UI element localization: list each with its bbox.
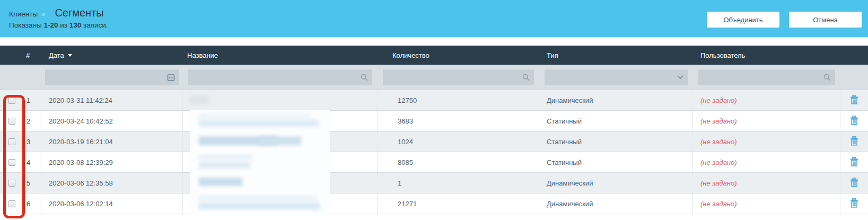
header-date-label: Дата xyxy=(49,51,64,59)
row-date: 2020-03-06 12:35:58 xyxy=(41,173,183,193)
trash-icon xyxy=(850,178,858,189)
trash-icon xyxy=(850,198,858,209)
row-quantity: 1 xyxy=(378,173,539,193)
name-filter-input[interactable] xyxy=(188,69,372,85)
row-name-redacted xyxy=(183,131,378,152)
filter-actions-cell xyxy=(840,65,868,90)
row-user: (не задано) xyxy=(693,152,840,173)
row-type: Статичный xyxy=(539,131,693,152)
row-name-redacted xyxy=(183,90,378,111)
row-user: (не задано) xyxy=(693,90,840,111)
row-type: Динамический xyxy=(539,90,693,111)
row-index: 2 xyxy=(24,111,41,131)
row-checkbox[interactable] xyxy=(8,97,15,104)
row-type: Динамический xyxy=(539,193,693,214)
row-user: (не задано) xyxy=(693,173,840,193)
delete-row-button[interactable] xyxy=(840,131,868,152)
trash-icon xyxy=(850,157,858,168)
segments-table: # Дата Название Количество Тип Пользоват… xyxy=(0,46,868,214)
row-name-redacted xyxy=(183,173,378,193)
row-index: 1 xyxy=(24,90,41,111)
table-row: 6 2020-03-06 12:02:14 21271 Динамический… xyxy=(0,193,868,214)
table-row: 3 2020-03-19 16:21:04 1024 Статичный (не… xyxy=(0,131,868,152)
delete-row-button[interactable] xyxy=(840,111,868,131)
calendar-icon xyxy=(167,74,175,82)
row-name-redacted xyxy=(183,193,378,214)
delete-row-button[interactable] xyxy=(840,173,868,193)
breadcrumb: Клиенты » Сегменты xyxy=(9,7,108,19)
filter-checkbox-cell xyxy=(0,65,24,90)
row-date: 2020-03-08 12:39:29 xyxy=(41,152,183,173)
row-checkbox[interactable] xyxy=(8,180,15,187)
table-row: 4 2020-03-08 12:39:29 8085 Статичный (не… xyxy=(0,152,868,173)
summary-mid: из xyxy=(58,21,69,29)
row-quantity: 21271 xyxy=(378,193,539,214)
table-row: 1 2020-03-31 11:42:24 12750 Динамический… xyxy=(0,90,868,111)
delete-row-button[interactable] xyxy=(840,193,868,214)
table-body: 1 2020-03-31 11:42:24 12750 Динамический… xyxy=(0,90,868,214)
row-quantity: 8085 xyxy=(378,152,539,173)
row-index: 6 xyxy=(24,193,41,214)
table-row: 2 2020-03-24 10:42:52 3683 Статичный (не… xyxy=(0,111,868,131)
header-user[interactable]: Пользователь xyxy=(693,46,840,65)
header-checkbox-column xyxy=(0,46,24,65)
summary-total: 130 xyxy=(69,21,82,29)
header-name[interactable]: Название xyxy=(183,46,378,65)
search-icon xyxy=(522,74,530,81)
row-date: 2020-03-19 16:21:04 xyxy=(41,131,183,152)
row-checkbox[interactable] xyxy=(8,118,15,125)
row-date: 2020-03-24 10:42:52 xyxy=(41,111,183,131)
row-date: 2020-03-06 12:02:14 xyxy=(41,193,183,214)
row-quantity: 1024 xyxy=(378,131,539,152)
summary-prefix: Показаны xyxy=(9,21,43,29)
row-index: 4 xyxy=(24,152,41,173)
filter-row xyxy=(0,65,868,90)
header-actions xyxy=(840,46,868,65)
search-icon xyxy=(361,74,368,81)
merge-button[interactable]: Объединить xyxy=(707,12,779,28)
header-quantity[interactable]: Количество xyxy=(378,46,539,65)
trash-icon xyxy=(850,116,858,127)
chevron-down-icon xyxy=(677,75,683,80)
row-index: 5 xyxy=(24,173,41,193)
breadcrumb-separator-icon: » xyxy=(41,10,45,18)
delete-row-button[interactable] xyxy=(840,90,868,111)
date-filter-input[interactable] xyxy=(45,69,179,85)
row-type: Динамический xyxy=(539,173,693,193)
row-checkbox[interactable] xyxy=(8,159,15,166)
row-checkbox[interactable] xyxy=(8,200,15,207)
trash-icon xyxy=(850,136,858,147)
header-type[interactable]: Тип xyxy=(539,46,693,65)
quantity-filter-input[interactable] xyxy=(383,69,534,85)
trash-icon xyxy=(850,95,858,106)
row-quantity: 12750 xyxy=(378,90,539,111)
delete-row-button[interactable] xyxy=(840,152,868,173)
page-title: Сегменты xyxy=(55,7,103,19)
table-header-row: # Дата Название Количество Тип Пользоват… xyxy=(0,46,868,65)
table-row: 5 2020-03-06 12:35:58 1 Динамический (не… xyxy=(0,173,868,193)
search-icon xyxy=(823,74,831,81)
row-quantity: 3683 xyxy=(378,111,539,131)
row-index: 3 xyxy=(24,131,41,152)
row-date: 2020-03-31 11:42:24 xyxy=(41,90,183,111)
row-name-redacted xyxy=(183,152,378,173)
top-bar: Клиенты » Сегменты Показаны 1-20 из 130 … xyxy=(0,0,868,37)
header-date[interactable]: Дата xyxy=(41,46,183,65)
sort-desc-icon xyxy=(68,54,72,57)
row-type: Статичный xyxy=(539,111,693,131)
cancel-button[interactable]: Отмена xyxy=(789,12,862,28)
header-number: # xyxy=(24,46,41,65)
row-type: Статичный xyxy=(539,152,693,173)
row-name-redacted xyxy=(183,111,378,131)
row-user: (не задано) xyxy=(693,193,840,214)
summary-suffix: записи. xyxy=(81,21,108,29)
records-summary: Показаны 1-20 из 130 записи. xyxy=(9,21,108,29)
row-checkbox[interactable] xyxy=(8,138,15,145)
summary-range: 1-20 xyxy=(43,21,58,29)
filter-number-cell xyxy=(24,65,41,90)
user-filter-input[interactable] xyxy=(698,69,835,85)
row-user: (не задано) xyxy=(693,111,840,131)
row-user: (не задано) xyxy=(693,131,840,152)
breadcrumb-link-clients[interactable]: Клиенты xyxy=(9,10,38,18)
type-filter-select[interactable] xyxy=(545,69,688,85)
